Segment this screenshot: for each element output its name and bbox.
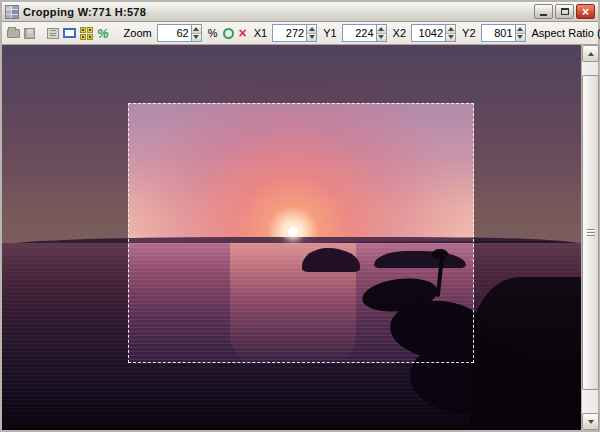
y1-spinbox	[342, 24, 387, 42]
y2-spin-buttons	[515, 24, 526, 42]
app-icon	[5, 5, 19, 19]
x2-label: X2	[393, 27, 406, 39]
spin-up-button[interactable]	[192, 25, 201, 33]
y1-input[interactable]	[342, 24, 376, 42]
scrollbar-thumb[interactable]	[582, 75, 599, 390]
window-title: Cropping W:771 H:578	[23, 6, 534, 18]
grid-numbers-button[interactable]	[79, 24, 94, 43]
x1-label: X1	[254, 27, 267, 39]
spin-down-button[interactable]	[192, 33, 201, 42]
y2-label: Y2	[462, 27, 475, 39]
dim-overlay	[2, 45, 581, 103]
percent-icon: %	[97, 26, 109, 41]
x1-spinbox	[272, 24, 317, 42]
cancel-crop-button[interactable]: ×	[237, 24, 247, 43]
dim-overlay	[2, 103, 128, 363]
up-arrow-icon	[378, 27, 384, 31]
spin-down-button[interactable]	[377, 33, 386, 42]
up-arrow-icon	[309, 27, 315, 31]
x2-spinbox	[411, 24, 456, 42]
spin-up-button[interactable]	[516, 25, 525, 33]
x1-input[interactable]	[272, 24, 306, 42]
spin-down-button[interactable]	[516, 33, 525, 42]
photo-foreground-shadow	[2, 397, 581, 430]
up-arrow-icon	[517, 27, 523, 31]
down-arrow-icon	[448, 35, 454, 39]
photo-canvas[interactable]	[2, 45, 581, 430]
window-controls: ×	[534, 4, 595, 19]
save-icon	[24, 28, 35, 39]
x1-spin-buttons	[306, 24, 317, 42]
x2-spin-buttons	[445, 24, 456, 42]
selection-rectangle-icon	[63, 28, 76, 38]
down-arrow-icon	[588, 420, 594, 424]
x2-input[interactable]	[411, 24, 445, 42]
crop-selection[interactable]	[128, 103, 474, 363]
spin-down-button[interactable]	[446, 33, 455, 42]
list-icon	[47, 28, 59, 39]
aspect-ratio-label: Aspect Ratio (W:H)	[532, 27, 600, 39]
zoom-spin-buttons	[191, 24, 202, 42]
down-arrow-icon	[378, 35, 384, 39]
y2-spinbox	[481, 24, 526, 42]
down-arrow-icon	[309, 35, 315, 39]
scroll-down-button[interactable]	[582, 413, 599, 430]
zoom-label: Zoom	[124, 27, 152, 39]
up-arrow-icon	[448, 27, 454, 31]
cancel-x-icon: ×	[238, 25, 246, 41]
spin-up-button[interactable]	[377, 25, 386, 33]
down-arrow-icon	[193, 35, 199, 39]
confirm-circle-icon	[223, 28, 234, 39]
selection-mode-button[interactable]	[62, 24, 77, 43]
y2-input[interactable]	[481, 24, 515, 42]
client-area	[2, 45, 598, 430]
spin-down-button[interactable]	[307, 33, 316, 42]
maximize-icon	[561, 8, 569, 15]
open-folder-icon	[7, 29, 20, 38]
zoom-unit-label: %	[208, 27, 218, 39]
cropping-window: Cropping W:771 H:578 × % Zoom % × X1	[0, 0, 600, 432]
titlebar[interactable]: Cropping W:771 H:578 ×	[2, 2, 598, 22]
zoom-input[interactable]	[157, 24, 191, 42]
save-button[interactable]	[23, 24, 36, 43]
zoom-spinbox	[157, 24, 202, 42]
up-arrow-icon	[588, 52, 594, 56]
thumb-grip-icon	[587, 229, 595, 236]
scroll-up-button[interactable]	[582, 45, 599, 62]
percent-mode-button[interactable]: %	[96, 24, 110, 43]
grid-numbers-icon	[80, 27, 93, 40]
minimize-icon	[540, 14, 547, 16]
minimize-button[interactable]	[534, 4, 553, 19]
options-button[interactable]	[46, 24, 60, 43]
spin-up-button[interactable]	[307, 25, 316, 33]
open-button[interactable]	[6, 24, 21, 43]
spin-up-button[interactable]	[446, 25, 455, 33]
up-arrow-icon	[193, 27, 199, 31]
down-arrow-icon	[517, 35, 523, 39]
y1-spin-buttons	[376, 24, 387, 42]
maximize-button[interactable]	[555, 4, 574, 19]
y1-label: Y1	[323, 27, 336, 39]
confirm-crop-button[interactable]	[222, 24, 235, 43]
close-button[interactable]: ×	[576, 4, 595, 19]
vertical-scrollbar[interactable]	[581, 45, 598, 430]
toolbar: % Zoom % × X1 Y1	[2, 22, 598, 45]
